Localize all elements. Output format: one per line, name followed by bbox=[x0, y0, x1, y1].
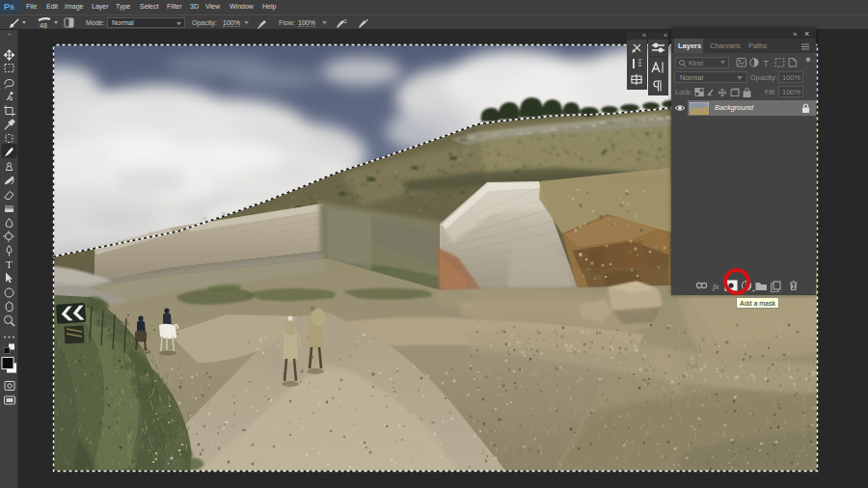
svg-text:»: » bbox=[8, 31, 12, 37]
svg-text:T: T bbox=[764, 59, 769, 68]
svg-text:48: 48 bbox=[40, 22, 47, 29]
svg-text:T: T bbox=[6, 258, 13, 270]
svg-text:»: » bbox=[793, 30, 798, 39]
svg-text:×: × bbox=[804, 29, 809, 39]
svg-text:Kind: Kind bbox=[689, 59, 703, 68]
svg-text:fx: fx bbox=[713, 282, 719, 291]
